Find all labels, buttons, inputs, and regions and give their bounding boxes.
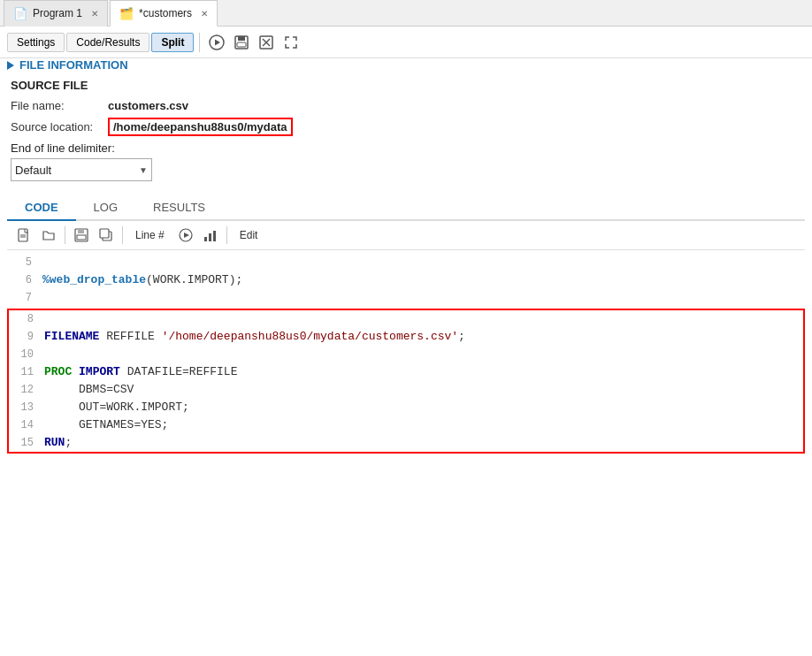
code-token: FILENAME [44,330,99,343]
edit-button[interactable]: Edit [232,226,266,244]
code-line-7: 7 [7,289,805,307]
fullscreen-button[interactable] [280,31,303,54]
line-number: 12 [9,381,41,399]
code-token: GETNAMES=YES; [44,418,168,431]
code-line-11: 11 PROC IMPORT DATAFILE=REFFILE [9,363,803,381]
code-toolbar-sep3 [226,226,227,244]
code-line-14: 14 GETNAMES=YES; [9,416,803,434]
code-token: DATAFILE=REFFILE [120,365,238,378]
source-file-title: SOURCE FILE [11,79,805,92]
file-information-header[interactable]: FILE INFORMATION [7,58,805,72]
tab-results-label: RESULTS [153,201,205,214]
cancel-icon [258,34,274,50]
tab-program1[interactable]: 📄 Program 1 ✕ [4,0,108,27]
run-code-button[interactable] [174,225,197,246]
settings-button[interactable]: Settings [7,33,65,52]
tab-code[interactable]: CODE [7,195,76,221]
save-code-button[interactable] [70,225,93,246]
svg-rect-3 [237,42,246,47]
code-line-15: 15 RUN; [9,434,803,452]
code-token: OUT=WORK.IMPORT; [44,400,189,414]
code-token [72,365,79,378]
cancel-button[interactable] [255,31,278,54]
code-token: ; [458,330,465,343]
code-toolbar-sep1 [65,226,65,244]
collapse-triangle-icon[interactable] [7,61,14,70]
new-file-button[interactable] [12,225,35,246]
chart-icon [203,228,218,242]
code-token: REFFILE [99,330,161,343]
tab-program1-label: Program 1 [33,7,82,19]
code-editor[interactable]: 5 6 %web_drop_table(WORK.IMPORT); 7 8 9 … [7,250,805,459]
code-line-9: 9 FILENAME REFFILE '/home/deepanshu88us0… [9,328,803,346]
line-number: 9 [9,328,41,346]
tab-code-label: CODE [25,201,58,214]
tab-results[interactable]: RESULTS [135,195,223,221]
line-number: 10 [9,346,41,363]
code-token: ; [65,436,72,449]
delimiter-label: End of line delimiter: [11,141,805,155]
svg-rect-2 [238,36,245,41]
file-information-title: FILE INFORMATION [19,58,128,72]
code-token: RUN [44,436,65,449]
source-location-value: /home/deepanshu88us0/mydata [108,118,293,136]
file-name-row: File name: customers.csv [11,99,805,112]
main-toolbar: Settings Code/Results Split [0,27,812,58]
code-line-10: 10 [9,346,803,363]
line-number-button[interactable]: Line # [127,226,172,244]
svg-rect-12 [77,235,86,240]
file-information-section: FILE INFORMATION SOURCE FILE File name: … [7,58,805,181]
code-line-6: 6 %web_drop_table(WORK.IMPORT); [7,271,805,289]
tab-customers-label: *customers [139,7,192,19]
tab-customers-close[interactable]: ✕ [201,9,208,19]
line-number: 15 [9,434,41,452]
line-number: 11 [9,363,41,381]
line-number: 6 [7,271,39,289]
svg-rect-18 [213,231,216,241]
run-icon [209,34,225,50]
file-name-label: File name: [11,99,108,112]
svg-rect-16 [204,237,207,241]
split-button[interactable]: Split [151,33,194,52]
line-number: 7 [7,289,39,307]
svg-rect-11 [78,229,84,233]
customers-icon: 🗂️ [119,7,134,20]
open-file-icon [42,228,56,242]
svg-rect-14 [100,229,109,238]
highlighted-code-block: 8 9 FILENAME REFFILE '/home/deepanshu88u… [7,309,805,454]
toolbar-separator [199,33,200,52]
tab-customers[interactable]: 🗂️ *customers ✕ [110,0,218,27]
code-results-button[interactable]: Code/Results [66,33,149,52]
fullscreen-icon [283,34,299,50]
run-button[interactable] [205,31,228,54]
main-area: FILE INFORMATION SOURCE FILE File name: … [0,58,812,459]
delimiter-dropdown[interactable]: Default ▼ [11,158,152,181]
code-token: '/home/deepanshu88us0/mydata/customers.c… [162,330,458,343]
line-number: 8 [9,310,41,328]
chart-button[interactable] [199,225,222,246]
tab-bar: 📄 Program 1 ✕ 🗂️ *customers ✕ [0,0,812,27]
source-location-label: Source location: [11,120,108,133]
tab-log[interactable]: LOG [76,195,135,221]
save-button[interactable] [230,31,253,54]
code-token: (WORK.IMPORT); [146,273,242,286]
code-log-results-tabs: CODE LOG RESULTS [7,195,805,221]
save-code-icon [74,228,88,242]
code-line-5: 5 [7,254,805,271]
line-number-label: Line # [135,229,165,241]
copy-button[interactable] [95,225,118,246]
chevron-down-icon: ▼ [139,165,148,175]
code-line-12: 12 DBMS=CSV [9,381,803,399]
open-file-button[interactable] [37,225,60,246]
delimiter-row: End of line delimiter: Default ▼ [11,141,805,181]
copy-icon [99,228,113,242]
edit-label: Edit [240,229,258,241]
code-token: IMPORT [79,365,120,378]
code-line-8: 8 [9,310,803,328]
code-token: DBMS=CSV [44,383,134,396]
code-token: %web_drop_table [42,273,146,286]
code-toolbar-sep2 [122,226,123,244]
svg-rect-17 [209,233,211,241]
tab-program1-close[interactable]: ✕ [91,9,98,19]
file-name-value: customers.csv [108,99,188,112]
